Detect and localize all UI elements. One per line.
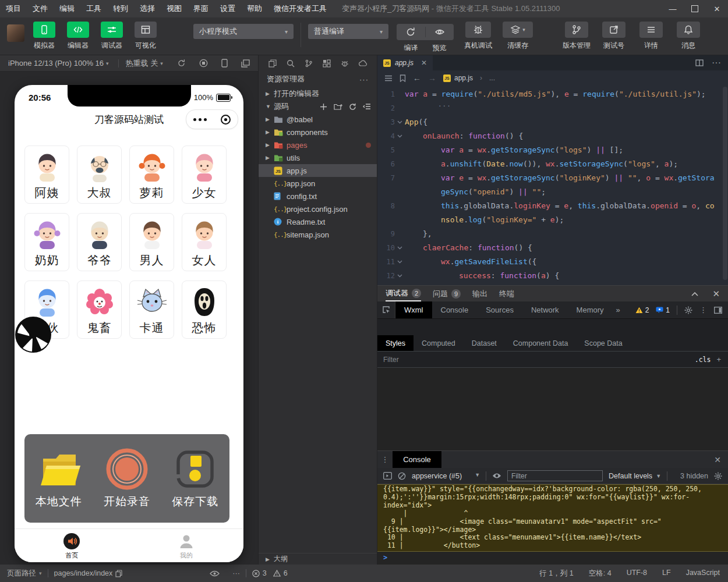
fold-chevron-icon[interactable]: [395, 255, 405, 269]
toolbar-layout-button[interactable]: 可视化: [132, 22, 160, 51]
mode-select[interactable]: 小程序模式▾: [193, 24, 294, 39]
styles-filter-input[interactable]: Filter: [377, 356, 399, 364]
more-tabs-icon[interactable]: »: [613, 301, 624, 318]
file-tree-item-app.json[interactable]: {..}app.json: [259, 177, 377, 190]
issues-indicator[interactable]: 1: [656, 306, 670, 314]
refresh-explorer-icon[interactable]: [349, 103, 356, 111]
console-warning-message[interactable]: {{item.way}}" style="{{onchangedway==idx…: [377, 484, 728, 552]
problems-summary[interactable]: 3 6: [252, 569, 288, 577]
close-button[interactable]: ✕: [706, 0, 728, 17]
file-tree-item-components[interactable]: ▶components: [259, 126, 377, 139]
menu-item[interactable]: 转到: [107, 0, 134, 17]
fold-chevron-icon[interactable]: [395, 241, 405, 255]
menu-item[interactable]: 项目: [0, 0, 27, 17]
watch-icon[interactable]: [210, 570, 220, 577]
menu-item[interactable]: 微信开发者工具: [268, 0, 333, 17]
maximize-button[interactable]: [684, 0, 706, 17]
debugger-panel-tab-调试器[interactable]: 调试器2: [386, 286, 421, 301]
toolbar-sliders-button[interactable]: 调试器: [98, 22, 126, 51]
minimize-button[interactable]: —: [662, 0, 684, 17]
fold-hint[interactable]: ···: [438, 100, 451, 113]
status-item[interactable]: LF: [662, 569, 671, 579]
outline-list-icon[interactable]: [384, 75, 393, 81]
cloud-icon[interactable]: [359, 60, 367, 66]
file-tree-item-config.txt[interactable]: config.txt: [259, 190, 377, 203]
wxml-tree-area[interactable]: [377, 319, 728, 335]
toolbar-code-button[interactable]: 编辑器: [64, 22, 92, 51]
devtools-tab-wxml[interactable]: Wxml: [395, 301, 432, 318]
capsule-menu[interactable]: [186, 109, 238, 129]
editor-scrollbar[interactable]: [723, 87, 727, 280]
new-file-icon[interactable]: [320, 103, 327, 111]
avatar-card-大叔[interactable]: 大叔: [77, 146, 122, 204]
styles-tab-component-data[interactable]: Component Data: [505, 335, 577, 351]
inspect-element-icon[interactable]: [377, 301, 395, 318]
devtools-settings-gear-icon[interactable]: [684, 306, 692, 314]
debugger-panel-tab-终端[interactable]: 终端: [499, 286, 514, 301]
file-tree-item-Readme.txt[interactable]: iReadme.txt: [259, 215, 377, 228]
nav-forward-icon[interactable]: →: [428, 73, 436, 83]
dock-side-icon[interactable]: [714, 307, 722, 314]
cls-toggle[interactable]: .cls: [695, 356, 711, 364]
toolbar-branch-button[interactable]: 版本管理: [560, 22, 593, 51]
toolbar-hamburger-button[interactable]: 详情: [635, 22, 667, 51]
console-settings-gear-icon[interactable]: [714, 472, 722, 480]
debug-icon[interactable]: [341, 59, 349, 68]
outline-section[interactable]: ▶大纲: [259, 553, 377, 565]
styles-tab-dataset[interactable]: Dataset: [464, 335, 505, 351]
file-tree-item-project.config.json[interactable]: {..}project.config.json: [259, 203, 377, 215]
hot-reload-toggle[interactable]: 热重载 关▾: [126, 58, 165, 69]
file-tree-item-utils[interactable]: ▶utils: [259, 151, 377, 164]
refresh-sim-icon[interactable]: [177, 59, 186, 68]
menu-item[interactable]: 界面: [188, 0, 214, 17]
avatar-card-少女[interactable]: 少女: [182, 146, 227, 204]
log-levels-select[interactable]: Default levels▼: [609, 472, 661, 480]
phone-tab-我的[interactable]: 我的: [129, 529, 244, 562]
close-drawer-icon[interactable]: ✕: [714, 451, 728, 468]
toolbar-bell-button[interactable]: 消息: [672, 22, 705, 51]
refresh-icon[interactable]: [398, 24, 423, 40]
toolbar-bug-button[interactable]: 真机调试: [460, 22, 497, 53]
code-editor[interactable]: ··· 1var a = require("./utils/md5.js"), …: [377, 86, 728, 285]
close-panel-icon[interactable]: ✕: [712, 289, 720, 299]
styles-content-area[interactable]: [377, 368, 728, 450]
git-branch-icon[interactable]: [305, 59, 313, 68]
eye-icon[interactable]: [427, 24, 452, 40]
record-screen-icon[interactable]: [199, 59, 208, 68]
file-tree-item-pages[interactable]: ▶pages: [259, 139, 377, 151]
avatar-card-恐怖[interactable]: 恐怖: [182, 281, 227, 339]
bookmark-icon[interactable]: [400, 74, 406, 82]
panel-button-save[interactable]: 保存下载: [161, 448, 229, 509]
debugger-panel-tab-输出[interactable]: 输出: [472, 286, 487, 301]
copy-path-icon[interactable]: [115, 570, 122, 577]
debugger-panel-tab-问题[interactable]: 问题9: [433, 286, 461, 301]
page-path-select[interactable]: 页面路径▾: [7, 569, 42, 579]
status-item[interactable]: UTF-8: [627, 569, 647, 579]
new-style-rule-icon[interactable]: +: [716, 355, 721, 364]
drawer-menu-icon[interactable]: ⋮: [377, 451, 393, 468]
multi-window-icon[interactable]: [241, 59, 250, 68]
collapse-all-icon[interactable]: [363, 103, 371, 110]
eye-live-expression-icon[interactable]: [492, 473, 501, 479]
device-select[interactable]: iPhone 12/13 (Pro) 100% 16▾: [8, 59, 111, 68]
status-item[interactable]: 行 1，列 1: [539, 569, 573, 579]
avatar-card-爷爷[interactable]: 爷爷: [77, 213, 122, 271]
avatar-card-鬼畜[interactable]: 鬼畜: [77, 281, 122, 339]
fold-chevron-icon[interactable]: [395, 115, 405, 129]
toolbar-phone-button[interactable]: 模拟器: [30, 22, 58, 51]
open-editors-section[interactable]: ▶打开的编辑器: [259, 87, 377, 100]
avatar-card-奶奶[interactable]: 奶奶: [24, 213, 69, 271]
nav-back-icon[interactable]: ←: [413, 73, 421, 83]
new-folder-icon[interactable]: [334, 103, 342, 111]
extensions-icon[interactable]: [323, 59, 331, 68]
panel-button-folder[interactable]: 本地文件: [24, 448, 93, 509]
toolbar-layers-button[interactable]: ▾清缓存: [503, 22, 533, 53]
file-tree-item-@babel[interactable]: ▶@babel: [259, 113, 377, 126]
styles-tab-computed[interactable]: Computed: [414, 335, 464, 351]
avatar-card-男人[interactable]: 男人: [129, 213, 174, 271]
breadcrumb-file[interactable]: JS app.js: [443, 74, 473, 82]
files-icon[interactable]: [268, 59, 277, 68]
fold-chevron-icon[interactable]: [395, 129, 405, 143]
avatar-card-阿姨[interactable]: 阿姨: [24, 146, 69, 204]
file-tree-item-app.js[interactable]: JSapp.js: [259, 164, 377, 177]
